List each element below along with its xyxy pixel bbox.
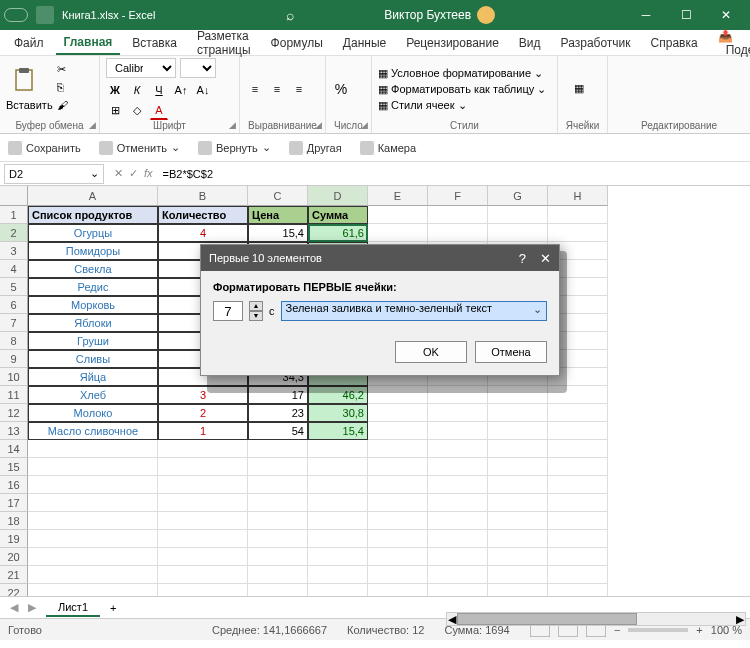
font-size-select[interactable]: 11: [180, 58, 216, 78]
zoom-slider[interactable]: [628, 628, 688, 632]
autosave-toggle[interactable]: [4, 8, 28, 22]
cancel-fx-icon[interactable]: ✕: [114, 167, 123, 180]
cell-E21[interactable]: [368, 566, 428, 584]
percent-button[interactable]: %: [332, 80, 350, 98]
cell-B1[interactable]: Количество: [158, 206, 248, 224]
col-header-E[interactable]: E: [368, 186, 428, 206]
format-as-table-button[interactable]: ▦ Форматировать как таблицу ⌄: [378, 81, 551, 97]
tab-formulas[interactable]: Формулы: [263, 32, 331, 54]
cell-D22[interactable]: [308, 584, 368, 596]
cell-G16[interactable]: [488, 476, 548, 494]
cell-F18[interactable]: [428, 512, 488, 530]
cell-G14[interactable]: [488, 440, 548, 458]
cell-C20[interactable]: [248, 548, 308, 566]
cell-B21[interactable]: [158, 566, 248, 584]
cell-G12[interactable]: [488, 404, 548, 422]
cell-A13[interactable]: Масло сливочное: [28, 422, 158, 440]
cell-G1[interactable]: [488, 206, 548, 224]
clipboard-launcher[interactable]: ◢: [89, 120, 96, 130]
cell-C1[interactable]: Цена: [248, 206, 308, 224]
cell-E13[interactable]: [368, 422, 428, 440]
row-header-13[interactable]: 13: [0, 422, 28, 440]
col-header-A[interactable]: A: [28, 186, 158, 206]
dialog-count-input[interactable]: [213, 301, 243, 321]
cell-F1[interactable]: [428, 206, 488, 224]
increase-font-button[interactable]: A↑: [172, 81, 190, 99]
tab-help[interactable]: Справка: [643, 32, 706, 54]
cell-B22[interactable]: [158, 584, 248, 596]
conditional-formatting-button[interactable]: ▦ Условное форматирование ⌄: [378, 65, 551, 81]
cell-B2[interactable]: 4: [158, 224, 248, 242]
format-painter-icon[interactable]: 🖌: [57, 99, 73, 115]
cell-A4[interactable]: Свекла: [28, 260, 158, 278]
cell-D18[interactable]: [308, 512, 368, 530]
cell-A11[interactable]: Хлеб: [28, 386, 158, 404]
col-header-H[interactable]: H: [548, 186, 608, 206]
italic-button[interactable]: К: [128, 81, 146, 99]
cell-D15[interactable]: [308, 458, 368, 476]
number-launcher[interactable]: ◢: [361, 120, 368, 130]
dialog-titlebar[interactable]: Первые 10 элементов ? ✕: [201, 245, 559, 271]
cell-C14[interactable]: [248, 440, 308, 458]
horizontal-scrollbar[interactable]: ◀▶: [446, 612, 746, 626]
cell-G21[interactable]: [488, 566, 548, 584]
cell-A8[interactable]: Груши: [28, 332, 158, 350]
cell-C18[interactable]: [248, 512, 308, 530]
fill-color-button[interactable]: ◇: [128, 102, 146, 120]
row-header-7[interactable]: 7: [0, 314, 28, 332]
cell-B17[interactable]: [158, 494, 248, 512]
name-box[interactable]: D2⌄: [4, 164, 104, 184]
cell-F16[interactable]: [428, 476, 488, 494]
row-header-11[interactable]: 11: [0, 386, 28, 404]
cell-A9[interactable]: Сливы: [28, 350, 158, 368]
tab-data[interactable]: Данные: [335, 32, 394, 54]
cell-A7[interactable]: Яблоки: [28, 314, 158, 332]
underline-button[interactable]: Ч: [150, 81, 168, 99]
sheet-tab-1[interactable]: Лист1: [46, 599, 100, 617]
row-header-9[interactable]: 9: [0, 350, 28, 368]
font-color-button[interactable]: A: [150, 102, 168, 120]
cell-B16[interactable]: [158, 476, 248, 494]
user-account[interactable]: Виктор Бухтеев: [384, 6, 495, 24]
cell-F19[interactable]: [428, 530, 488, 548]
cell-D12[interactable]: 30,8: [308, 404, 368, 422]
row-header-16[interactable]: 16: [0, 476, 28, 494]
cell-E1[interactable]: [368, 206, 428, 224]
dialog-cancel-button[interactable]: Отмена: [475, 341, 547, 363]
cell-A17[interactable]: [28, 494, 158, 512]
qat-save[interactable]: Сохранить: [8, 141, 81, 155]
alignment-launcher[interactable]: ◢: [315, 120, 322, 130]
cell-D20[interactable]: [308, 548, 368, 566]
formula-input[interactable]: [159, 164, 750, 184]
cell-A18[interactable]: [28, 512, 158, 530]
cell-A20[interactable]: [28, 548, 158, 566]
cell-B12[interactable]: 2: [158, 404, 248, 422]
row-header-8[interactable]: 8: [0, 332, 28, 350]
cell-B14[interactable]: [158, 440, 248, 458]
cell-G19[interactable]: [488, 530, 548, 548]
qat-camera[interactable]: Камера: [360, 141, 416, 155]
minimize-button[interactable]: ─: [626, 0, 666, 30]
sheet-nav-next[interactable]: ▶: [28, 601, 36, 614]
cell-G15[interactable]: [488, 458, 548, 476]
cell-D14[interactable]: [308, 440, 368, 458]
dialog-help-icon[interactable]: ?: [519, 251, 526, 266]
spin-down[interactable]: ▼: [249, 311, 263, 321]
cell-C17[interactable]: [248, 494, 308, 512]
cell-B20[interactable]: [158, 548, 248, 566]
tab-home[interactable]: Главная: [56, 31, 121, 55]
cell-E20[interactable]: [368, 548, 428, 566]
cell-F17[interactable]: [428, 494, 488, 512]
cell-H21[interactable]: [548, 566, 608, 584]
align-top[interactable]: ≡: [246, 80, 264, 98]
cell-D2[interactable]: 61,6: [308, 224, 368, 242]
tab-developer[interactable]: Разработчик: [553, 32, 639, 54]
align-mid[interactable]: ≡: [268, 80, 286, 98]
cell-H15[interactable]: [548, 458, 608, 476]
col-header-G[interactable]: G: [488, 186, 548, 206]
cell-A5[interactable]: Редис: [28, 278, 158, 296]
cell-G22[interactable]: [488, 584, 548, 596]
cell-E16[interactable]: [368, 476, 428, 494]
cell-A14[interactable]: [28, 440, 158, 458]
cell-H22[interactable]: [548, 584, 608, 596]
